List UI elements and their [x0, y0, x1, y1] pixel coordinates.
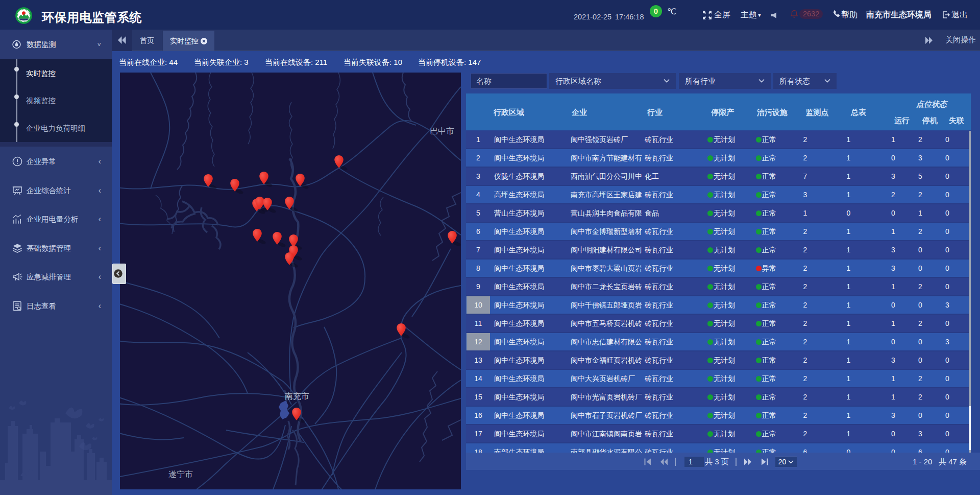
svg-text:巴中市: 巴中市 [430, 127, 454, 135]
svg-text:遂宁市: 遂宁市 [168, 470, 193, 479]
svg-text:南充市: 南充市 [285, 392, 309, 400]
